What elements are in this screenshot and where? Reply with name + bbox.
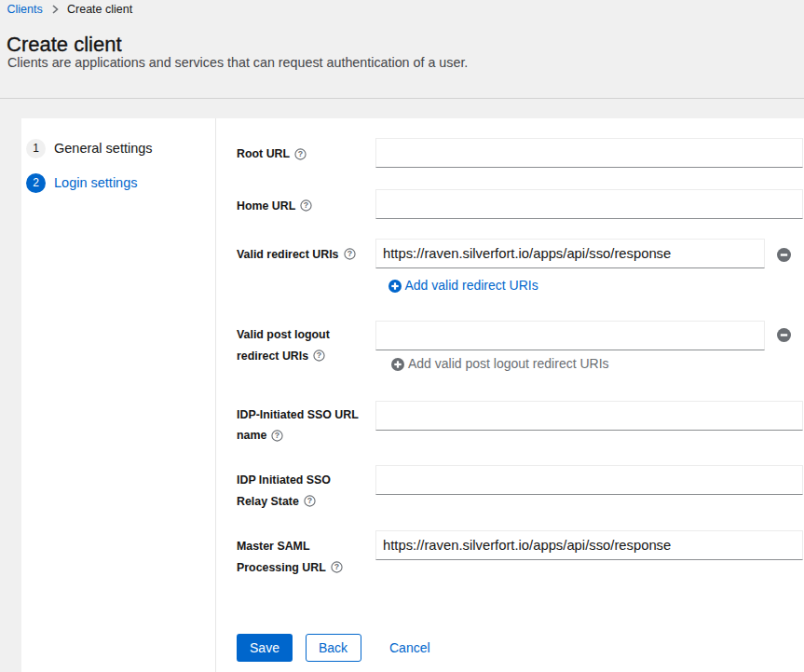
- svg-text:?: ?: [307, 497, 312, 506]
- svg-text:?: ?: [334, 563, 339, 572]
- svg-text:?: ?: [317, 351, 321, 361]
- svg-text:?: ?: [347, 250, 351, 259]
- svg-text:?: ?: [298, 149, 303, 158]
- svg-text:?: ?: [275, 431, 279, 440]
- svg-text:?: ?: [304, 200, 308, 210]
